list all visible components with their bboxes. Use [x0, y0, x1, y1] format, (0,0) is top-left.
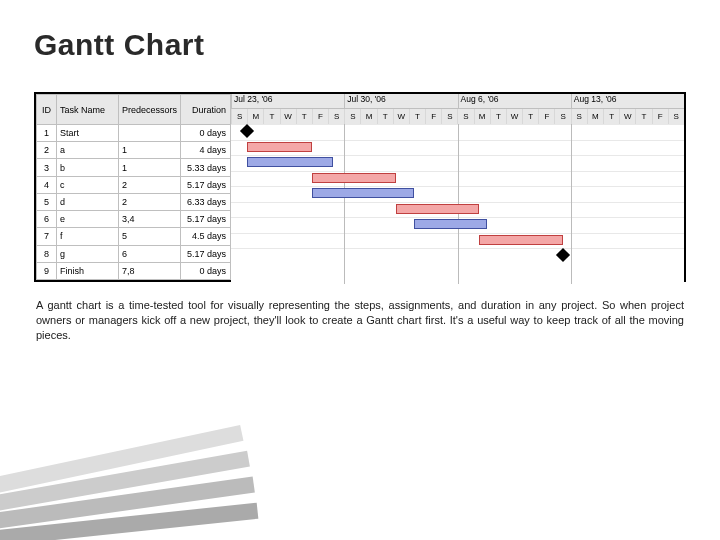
table-row: 8g65.17 days — [37, 245, 231, 262]
cell-dur: 0 days — [181, 262, 231, 279]
page-title: Gantt Chart — [0, 0, 720, 62]
day-label: M — [587, 109, 603, 124]
cell-dur: 5.17 days — [181, 211, 231, 228]
cell-name: g — [57, 245, 119, 262]
day-label: F — [538, 109, 554, 124]
table-row: 4c25.17 days — [37, 176, 231, 193]
cell-dur: 5.17 days — [181, 245, 231, 262]
gantt-bar — [247, 157, 333, 167]
cell-dur: 4.5 days — [181, 228, 231, 245]
cell-name: f — [57, 228, 119, 245]
slide-corner-decoration — [0, 440, 220, 540]
table-row: 2a14 days — [37, 142, 231, 159]
day-label: S — [457, 109, 473, 124]
cell-pred: 1 — [119, 159, 181, 176]
day-label: S — [231, 109, 247, 124]
day-label: T — [490, 109, 506, 124]
col-header-pred: Predecessors — [119, 95, 181, 125]
cell-name: e — [57, 211, 119, 228]
cell-dur: 5.33 days — [181, 159, 231, 176]
cell-pred: 6 — [119, 245, 181, 262]
table-row: 5d26.33 days — [37, 193, 231, 210]
cell-name: d — [57, 193, 119, 210]
cell-id: 9 — [37, 262, 57, 279]
cell-dur: 4 days — [181, 142, 231, 159]
day-label: S — [344, 109, 360, 124]
cell-pred: 1 — [119, 142, 181, 159]
cell-id: 5 — [37, 193, 57, 210]
day-label: W — [619, 109, 635, 124]
week-label: Aug 13, '06 — [571, 94, 684, 108]
cell-name: b — [57, 159, 119, 176]
table-row: 7f54.5 days — [37, 228, 231, 245]
day-label: W — [280, 109, 296, 124]
col-header-dur: Duration — [181, 95, 231, 125]
day-label: F — [312, 109, 328, 124]
col-header-id: ID — [37, 95, 57, 125]
day-label: S — [668, 109, 684, 124]
cell-name: c — [57, 176, 119, 193]
day-label: T — [603, 109, 619, 124]
day-label: F — [425, 109, 441, 124]
gantt-bar — [414, 219, 487, 229]
cell-id: 1 — [37, 125, 57, 142]
cell-id: 2 — [37, 142, 57, 159]
cell-id: 3 — [37, 159, 57, 176]
cell-pred — [119, 125, 181, 142]
gantt-bar — [312, 173, 396, 183]
day-label: S — [328, 109, 344, 124]
day-label: T — [377, 109, 393, 124]
col-header-name: Task Name — [57, 95, 119, 125]
day-label: T — [296, 109, 312, 124]
cell-id: 7 — [37, 228, 57, 245]
cell-pred: 7,8 — [119, 262, 181, 279]
cell-name: a — [57, 142, 119, 159]
gantt-bar — [396, 204, 480, 214]
week-label: Jul 30, '06 — [344, 94, 457, 108]
table-row: 9Finish7,80 days — [37, 262, 231, 279]
day-label: W — [506, 109, 522, 124]
cell-id: 4 — [37, 176, 57, 193]
table-row: 3b15.33 days — [37, 159, 231, 176]
day-label: S — [571, 109, 587, 124]
table-row: 1Start0 days — [37, 125, 231, 142]
gantt-bar — [312, 188, 414, 198]
day-label: S — [554, 109, 570, 124]
cell-dur: 6.33 days — [181, 193, 231, 210]
gantt-bar — [479, 235, 563, 245]
day-label: S — [441, 109, 457, 124]
day-label: M — [474, 109, 490, 124]
cell-pred: 3,4 — [119, 211, 181, 228]
cell-pred: 5 — [119, 228, 181, 245]
cell-dur: 0 days — [181, 125, 231, 142]
cell-name: Start — [57, 125, 119, 142]
day-label: T — [409, 109, 425, 124]
cell-id: 6 — [37, 211, 57, 228]
week-label: Jul 23, '06 — [231, 94, 344, 108]
cell-pred: 2 — [119, 193, 181, 210]
cell-name: Finish — [57, 262, 119, 279]
cell-pred: 2 — [119, 176, 181, 193]
gantt-chart: ID Task Name Predecessors Duration 1Star… — [34, 92, 686, 282]
table-row: 6e3,45.17 days — [37, 211, 231, 228]
day-label: F — [652, 109, 668, 124]
timeline-body — [231, 124, 684, 284]
description-text: A gantt chart is a time-tested tool for … — [36, 298, 684, 343]
day-label: M — [360, 109, 376, 124]
gantt-bar — [247, 142, 312, 152]
timeline: Jul 23, '06Jul 30, '06Aug 6, '06Aug 13, … — [231, 94, 684, 280]
day-label: T — [635, 109, 651, 124]
day-label: T — [522, 109, 538, 124]
day-label: T — [263, 109, 279, 124]
week-label: Aug 6, '06 — [458, 94, 571, 108]
task-table: ID Task Name Predecessors Duration 1Star… — [36, 94, 231, 280]
day-label: M — [247, 109, 263, 124]
day-label: W — [393, 109, 409, 124]
cell-dur: 5.17 days — [181, 176, 231, 193]
timeline-header: Jul 23, '06Jul 30, '06Aug 6, '06Aug 13, … — [231, 94, 684, 124]
cell-id: 8 — [37, 245, 57, 262]
